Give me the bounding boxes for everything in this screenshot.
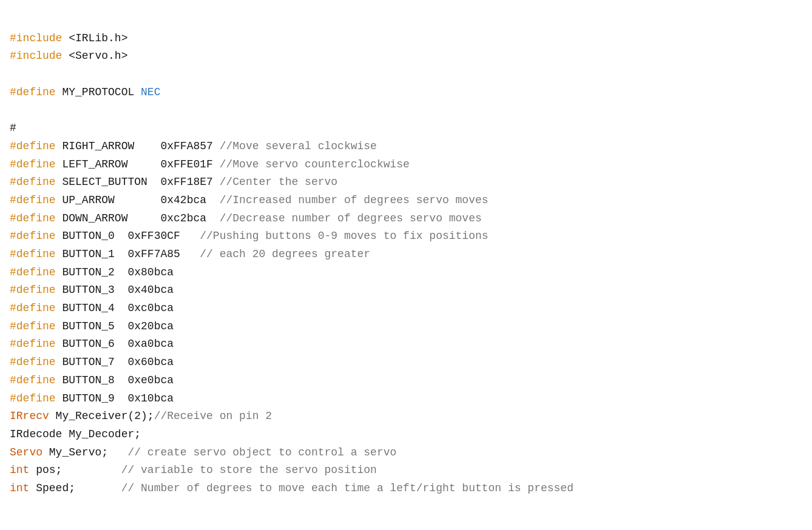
code-line: #define LEFT_ARROW 0xFFE01F //Move servo… [10, 156, 802, 174]
code-line: #define BUTTON_6 0xa0bca [10, 335, 802, 354]
code-line: #define BUTTON_5 0x20bca [10, 318, 802, 336]
code-line: #define BUTTON_1 0xFF7A85 // each 20 deg… [10, 246, 802, 264]
code-line: #include <Servo.h> [10, 47, 802, 65]
code-line: #define BUTTON_4 0xc0bca [10, 300, 802, 318]
code-line: IRdecode My_Decoder; [10, 426, 802, 444]
code-line: #define BUTTON_2 0x80bca [10, 264, 802, 282]
code-line: #define DOWN_ARROW 0xc2bca //Decrease nu… [10, 210, 802, 228]
code-line: #include <IRLib.h> [10, 30, 802, 48]
code-line: #define BUTTON_0 0xFF30CF //Pushing butt… [10, 227, 802, 246]
code-line: #define MY_PROTOCOL NEC [10, 84, 802, 102]
code-line: IRrecv My_Receiver(2);//Receive on pin 2 [10, 408, 802, 426]
code-line: #define BUTTON_3 0x40bca [10, 281, 802, 300]
code-line: Servo My_Servo; // create servo object t… [10, 444, 802, 462]
code-line: #define SELECT_BUTTON 0xFF18E7 //Center … [10, 173, 802, 192]
code-line [10, 102, 802, 120]
code-line: int Speed; // Number of degrees to move … [10, 480, 802, 498]
code-line: int pos; // variable to store the servo … [10, 461, 802, 480]
code-line: #define UP_ARROW 0x42bca //Increased num… [10, 192, 802, 210]
code-line: #define RIGHT_ARROW 0xFFA857 //Move seve… [10, 138, 802, 156]
code-line: #define BUTTON_7 0x60bca [10, 354, 802, 372]
code-editor: #include <IRLib.h>#include <Servo.h> #de… [10, 12, 802, 498]
code-line: # [10, 119, 802, 138]
code-line: #define BUTTON_8 0xe0bca [10, 372, 802, 390]
code-line: #define BUTTON_9 0x10bca [10, 390, 802, 408]
code-line [10, 65, 802, 84]
